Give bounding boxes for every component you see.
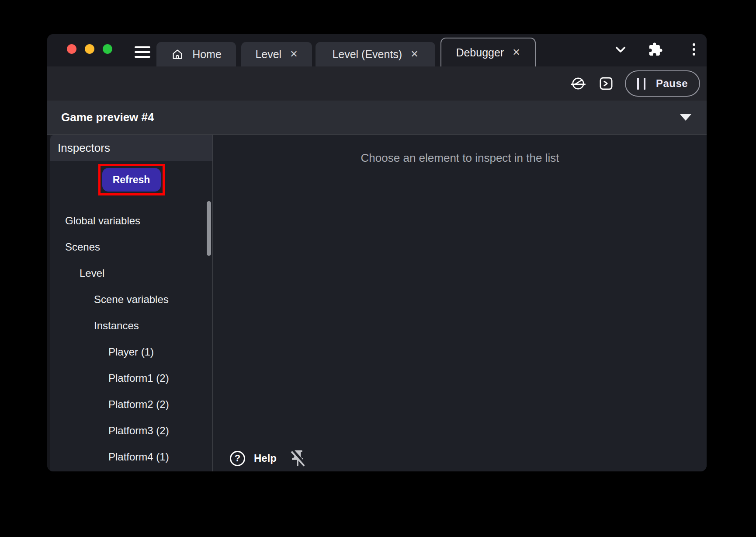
tree-item-player[interactable]: Player (1) — [50, 339, 207, 365]
app-window: Home Level ✕ Level (Events) ✕ Debugger ✕ — [47, 34, 707, 471]
sidebar-scrollbar-thumb[interactable] — [207, 201, 211, 256]
extensions-button[interactable] — [647, 41, 664, 58]
caret-down-icon — [680, 114, 691, 121]
tab-bar: Home Level ✕ Level (Events) ✕ Debugger ✕ — [47, 34, 707, 66]
traffic-lights — [67, 44, 112, 54]
traffic-light-close-button[interactable] — [67, 44, 76, 54]
tab-close-icon[interactable]: ✕ — [512, 48, 520, 57]
sidebar-body: Refresh Global variables Scenes Level Sc… — [50, 161, 212, 471]
console-button[interactable] — [597, 74, 615, 93]
tree-item-platform4[interactable]: Platform4 (1) — [50, 444, 207, 470]
tab-label: Home — [192, 48, 222, 61]
tab-strip: Home Level ✕ Level (Events) ✕ Debugger ✕ — [156, 38, 536, 66]
page-background: Home Level ✕ Level (Events) ✕ Debugger ✕ — [0, 0, 756, 537]
tab-level[interactable]: Level ✕ — [241, 42, 312, 66]
game-preview-label: Game preview #4 — [61, 111, 154, 124]
tab-close-icon[interactable]: ✕ — [410, 49, 418, 59]
speedometer-icon — [571, 76, 586, 91]
pause-label: Pause — [656, 77, 688, 90]
tree-item-global-variables[interactable]: Global variables — [50, 208, 207, 234]
help-icon: ? — [230, 451, 245, 466]
refresh-button[interactable]: Refresh — [102, 168, 161, 192]
content-area: Inspectors Refresh Global variables Scen… — [47, 135, 707, 471]
tab-label: Debugger — [456, 46, 504, 59]
tree-item-level[interactable]: Level — [50, 260, 207, 286]
console-icon — [599, 76, 614, 91]
pause-button[interactable]: Pause — [625, 70, 700, 97]
refresh-annotation-highlight: Refresh — [98, 164, 165, 195]
tree-item-scenes[interactable]: Scenes — [50, 234, 207, 260]
sidebar-header: Inspectors — [50, 135, 212, 161]
tab-label: Level — [255, 48, 281, 61]
tab-home[interactable]: Home — [156, 42, 236, 66]
help-button[interactable]: ? Help — [230, 451, 277, 466]
tab-close-icon[interactable]: ✕ — [290, 49, 298, 59]
tab-label: Level (Events) — [332, 48, 402, 61]
collapse-chevron-button[interactable] — [612, 41, 629, 58]
traffic-light-zoom-button[interactable] — [103, 44, 112, 54]
inspectors-sidebar: Inspectors Refresh Global variables Scen… — [50, 135, 212, 471]
tree-item-scene-variables[interactable]: Scene variables — [50, 286, 207, 313]
tree-item-instances[interactable]: Instances — [50, 313, 207, 339]
puzzle-icon — [648, 42, 663, 57]
chevron-down-icon — [613, 42, 628, 57]
game-preview-selector[interactable]: Game preview #4 — [47, 101, 707, 135]
pause-icon — [637, 78, 645, 90]
inspector-panel: Choose an element to inspect in the list… — [213, 135, 707, 471]
unpin-button[interactable] — [288, 449, 307, 468]
debugger-toolbar: Pause — [47, 66, 707, 101]
tree-item-platform3[interactable]: Platform3 (2) — [50, 418, 207, 444]
traffic-light-minimize-button[interactable] — [85, 44, 94, 54]
profiler-button[interactable] — [569, 74, 587, 93]
main-menu-button[interactable] — [133, 45, 152, 59]
hamburger-icon — [135, 46, 150, 48]
tab-level-events[interactable]: Level (Events) ✕ — [316, 42, 435, 66]
left-gutter — [47, 135, 50, 471]
kebab-icon — [693, 43, 695, 56]
tree-item-platform1[interactable]: Platform1 (2) — [50, 365, 207, 391]
overflow-menu-button[interactable] — [686, 41, 702, 58]
tree-item-platform2[interactable]: Platform2 (2) — [50, 391, 207, 418]
empty-state-message: Choose an element to inspect in the list — [213, 151, 707, 165]
tab-debugger[interactable]: Debugger ✕ — [440, 38, 536, 66]
help-label: Help — [254, 452, 277, 464]
home-icon — [171, 48, 184, 61]
pin-off-icon — [288, 449, 307, 468]
